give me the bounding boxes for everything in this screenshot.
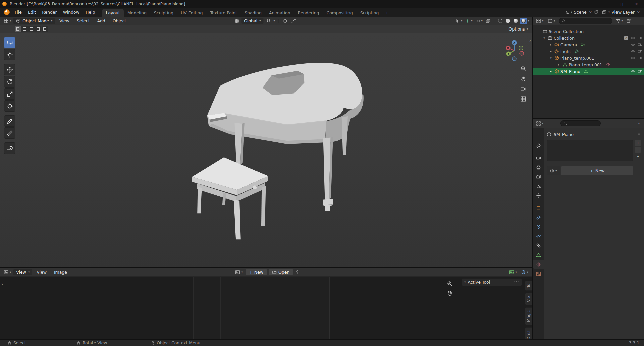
tab-physics[interactable]	[533, 232, 544, 240]
hide-in-viewport-eye-icon[interactable]	[631, 36, 635, 40]
tab-world[interactable]	[533, 191, 544, 200]
outliner-row-sm-piano[interactable]: ▸ SM_Piano	[533, 68, 644, 75]
tab-particles[interactable]	[533, 222, 544, 231]
menu-object[interactable]: Object	[110, 17, 129, 24]
panel-drag-dots-icon[interactable]	[514, 281, 519, 284]
tab-sculpting[interactable]: Sculpting	[150, 9, 177, 17]
select-mode-invert-button[interactable]	[35, 26, 41, 32]
active-tool-panel[interactable]: ▾ Active Tool	[462, 278, 522, 286]
editor-type-button[interactable]: ▾	[535, 18, 544, 24]
shading-material-button[interactable]	[513, 18, 519, 24]
view-layer-selector[interactable]: ▾ View Layer ×	[602, 10, 641, 15]
orientation-dropdown[interactable]: Global ▾	[241, 18, 263, 24]
selectability-visibility-button[interactable]: ▾	[454, 18, 463, 24]
material-specials-chevron[interactable]: ▾	[635, 154, 641, 159]
outliner-search-input[interactable]	[567, 19, 610, 23]
tab-scene[interactable]	[533, 182, 544, 190]
image-settings-button[interactable]: ▾	[508, 269, 518, 275]
menu-file[interactable]: File	[12, 9, 25, 16]
outliner-row-scene-collection[interactable]: Scene Collection	[533, 28, 644, 35]
tab-shading[interactable]: Shading	[241, 9, 265, 17]
new-collection-icon[interactable]	[626, 18, 631, 23]
tab-object[interactable]	[533, 204, 544, 212]
tab-layout[interactable]: Layout	[102, 9, 124, 17]
close-button[interactable]: ×	[629, 0, 644, 8]
select-mode-extend-button[interactable]	[21, 26, 28, 32]
sidebar-tab-view[interactable]: Vie	[525, 293, 532, 305]
blender-menu-icon[interactable]	[4, 9, 10, 15]
editor-type-button[interactable]: ▾	[3, 18, 12, 24]
tab-constraints[interactable]	[533, 241, 544, 250]
outliner-row-light[interactable]: ▸ Light	[533, 48, 644, 55]
shading-options-chevron[interactable]: ▾	[528, 19, 529, 22]
sidebar-tab-tool[interactable]: To	[525, 281, 532, 291]
new-image-button[interactable]: + New	[246, 269, 267, 275]
hide-in-viewport-eye-icon[interactable]	[631, 42, 635, 47]
show-gizmo-button[interactable]: ▾	[464, 18, 473, 24]
list-resize-grip[interactable]	[588, 162, 600, 165]
display-mode-button[interactable]: ▾	[547, 18, 556, 24]
browse-material-button[interactable]: ▾	[547, 166, 560, 175]
filter-button[interactable]: ▾	[615, 18, 624, 24]
new-material-button[interactable]: + New	[561, 166, 633, 175]
proportional-falloff-button[interactable]	[290, 18, 297, 24]
editor-type-button[interactable]: ▾	[535, 120, 544, 127]
pin-icon[interactable]	[637, 132, 641, 137]
disable-in-renders-camera-icon[interactable]	[638, 36, 642, 40]
open-image-button[interactable]: Open	[269, 269, 293, 275]
tool-transform[interactable]	[4, 100, 15, 112]
sidebar-tab-dream[interactable]: Drea	[525, 327, 532, 339]
tool-cursor[interactable]	[4, 49, 15, 60]
disable-in-renders-camera-icon[interactable]	[638, 56, 642, 60]
collapse-arrow-icon[interactable]: ▸	[549, 50, 553, 53]
viewport-canvas[interactable]: Z X Y ‹	[0, 33, 532, 267]
panel-collapse-chevron[interactable]: ▾	[464, 281, 466, 284]
hide-in-viewport-eye-icon[interactable]	[631, 56, 635, 60]
expand-arrow-icon[interactable]: ▾	[549, 56, 553, 60]
tool-move[interactable]	[4, 64, 15, 75]
menu-view[interactable]: View	[56, 17, 72, 24]
collapse-arrow-icon[interactable]: ▸	[549, 70, 553, 73]
collapse-arrow-icon[interactable]: ▸	[549, 43, 553, 46]
disable-in-renders-camera-icon[interactable]	[638, 49, 642, 54]
hide-in-viewport-eye-icon[interactable]	[631, 69, 635, 74]
show-overlays-button[interactable]: ▾	[474, 18, 483, 24]
mode-dropdown[interactable]: Object Mode ▾	[13, 18, 55, 24]
properties-search[interactable]	[560, 120, 601, 126]
tab-modifiers[interactable]	[533, 213, 544, 222]
tool-options-dropdown[interactable]: Options ▾	[508, 26, 528, 32]
tab-animation[interactable]: Animation	[265, 9, 294, 17]
tab-modeling[interactable]: Modeling	[124, 9, 150, 17]
outliner-row-camera[interactable]: ▸ Camera	[533, 41, 644, 48]
menu-view[interactable]: View	[34, 269, 50, 276]
maximize-button[interactable]: □	[614, 0, 629, 8]
unlink-scene-icon[interactable]: ×	[588, 10, 593, 14]
tab-texture-paint[interactable]: Texture Paint	[206, 9, 241, 17]
expand-arrow-icon[interactable]: ▾	[542, 36, 546, 40]
menu-select[interactable]: Select	[74, 17, 93, 24]
sidebar-tab-magic[interactable]: Magic	[525, 307, 532, 325]
menu-help[interactable]: Help	[83, 9, 98, 16]
select-mode-set-button[interactable]	[15, 26, 21, 32]
menu-add[interactable]: Add	[94, 17, 108, 24]
remove-view-layer-icon[interactable]: ×	[636, 10, 641, 14]
tab-output[interactable]	[533, 163, 544, 172]
tool-add-cube[interactable]	[4, 142, 15, 154]
shading-wireframe-button[interactable]	[497, 18, 504, 24]
add-workspace-button[interactable]: +	[382, 9, 391, 17]
tab-uv-editing[interactable]: UV Editing	[177, 9, 206, 17]
tool-scale[interactable]	[4, 88, 15, 100]
minimize-button[interactable]: –	[599, 0, 614, 8]
tool-measure[interactable]	[4, 127, 15, 139]
shading-solid-button[interactable]	[505, 18, 512, 24]
collapse-arrow-icon[interactable]: ▸	[557, 63, 561, 66]
menu-render[interactable]: Render	[39, 9, 60, 16]
snap-toggle[interactable]	[265, 18, 272, 24]
select-mode-subtract-button[interactable]	[28, 26, 35, 32]
menu-window[interactable]: Window	[60, 9, 83, 16]
menu-image[interactable]: Image	[51, 269, 70, 276]
remove-material-slot-button[interactable]: −	[635, 147, 641, 153]
pan-hand-icon[interactable]	[520, 76, 526, 82]
tab-render[interactable]	[533, 154, 544, 162]
browse-image-button[interactable]: ▾	[234, 269, 244, 275]
